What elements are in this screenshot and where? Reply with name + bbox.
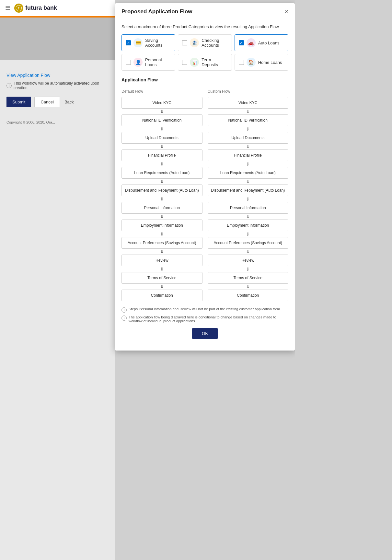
footnote1-icon: i	[121, 307, 127, 313]
flow-step-3: Financial Profile	[208, 149, 289, 161]
flow-arrow-9: ⇓	[208, 267, 289, 271]
flow-step-7: Employment Information	[121, 220, 202, 231]
flow-step-11: Confirmation	[208, 290, 289, 301]
product-icon-term: 📊	[190, 58, 199, 67]
flow-step-10: Terms of Service	[121, 272, 202, 284]
flow-step-1: National ID Verification	[121, 114, 202, 126]
modal-header: Proposed Application Flow ×	[115, 3, 295, 19]
flow-arrow-3: ⇓	[208, 162, 289, 166]
ok-button-row: OK	[121, 328, 288, 339]
cancel-button[interactable]: Cancel	[34, 97, 60, 107]
modal-close-button[interactable]: ×	[284, 8, 288, 15]
flow-arrow-6: ⇓	[121, 214, 202, 219]
custom-flow-steps: Video KYC⇓National ID Verification⇓Uploa…	[208, 97, 289, 301]
checkbox-auto[interactable]: ✓	[239, 40, 244, 45]
product-icon-personal: 👤	[133, 58, 143, 67]
product-icon-home: 🏠	[247, 58, 256, 67]
flow-columns: Default Flow Video KYC⇓National ID Verif…	[121, 89, 288, 302]
flow-step-2: Upload Documents	[121, 132, 202, 144]
flow-arrow-8: ⇓	[121, 249, 202, 254]
flow-arrow-3: ⇓	[121, 162, 202, 166]
checkbox-checking[interactable]	[182, 40, 187, 45]
flow-arrow-0: ⇓	[208, 109, 289, 114]
copyright: Copyright © 2006, 2020, Ora...	[6, 120, 109, 124]
product-icon-saving: 💳	[133, 38, 143, 47]
custom-flow-title: Custom Flow	[208, 89, 289, 94]
product-item-term[interactable]: 📊 Term Deposits	[178, 54, 232, 71]
flow-arrow-7: ⇓	[208, 232, 289, 236]
flow-arrow-1: ⇓	[121, 127, 202, 131]
info-icon: i	[6, 83, 12, 88]
flow-step-8: Account Preferences (Savings Account)	[121, 237, 202, 249]
flow-step-8: Account Preferences (Savings Account)	[208, 237, 289, 249]
product-item-saving[interactable]: ✓ 💳 Saving Accounts	[121, 34, 175, 51]
product-item-auto[interactable]: ✓ 🚗 Auto Loans	[235, 34, 288, 51]
product-item-checking[interactable]: 🏦 Checking Accounts	[178, 34, 232, 51]
product-item-personal[interactable]: 👤 Personal Loans	[121, 54, 175, 71]
product-label-personal: Personal Loans	[145, 57, 171, 67]
flow-step-0: Video KYC	[208, 97, 289, 109]
checkbox-saving[interactable]: ✓	[126, 40, 131, 45]
product-icon-auto: 🚗	[247, 38, 256, 47]
left-content: View Application Flow i This workflow wi…	[0, 66, 115, 131]
back-button[interactable]: Back	[63, 97, 75, 107]
left-panel: ☰ f futura bank View Application Flow i …	[0, 0, 115, 560]
flow-arrow-4: ⇓	[121, 179, 202, 184]
footnote1-text: Steps Personal Information and Review wi…	[129, 307, 281, 311]
flow-step-4: Loan Requirements (Auto Loan)	[121, 167, 202, 179]
flow-arrow-1: ⇓	[208, 127, 289, 131]
flow-arrow-6: ⇓	[208, 214, 289, 219]
flow-step-10: Terms of Service	[208, 272, 289, 284]
flow-arrow-9: ⇓	[121, 267, 202, 271]
checkbox-home[interactable]	[239, 60, 244, 65]
brand-name: futura bank	[25, 5, 57, 11]
checkbox-personal[interactable]	[126, 60, 131, 65]
gray-content-box	[0, 18, 115, 60]
flow-arrow-0: ⇓	[121, 109, 202, 114]
brand: f futura bank	[14, 4, 57, 13]
modal-body: Select a maximum of three Product Catego…	[115, 19, 295, 344]
flow-arrow-5: ⇓	[121, 197, 202, 201]
flow-step-9: Review	[208, 255, 289, 266]
flow-step-3: Financial Profile	[121, 149, 202, 161]
action-buttons: Submit Cancel Back	[6, 97, 109, 107]
flow-arrow-10: ⇓	[208, 284, 289, 289]
top-bar: ☰ f futura bank	[0, 0, 115, 16]
footnote2-icon: i	[121, 316, 127, 321]
flow-step-0: Video KYC	[121, 97, 202, 109]
product-item-home[interactable]: 🏠 Home Loans	[235, 54, 288, 71]
flow-step-6: Personal Information	[121, 202, 202, 214]
flow-arrow-2: ⇓	[208, 144, 289, 149]
product-label-checking: Checking Accounts	[202, 38, 227, 48]
product-icon-checking: 🏦	[190, 38, 199, 47]
default-flow-column: Default Flow Video KYC⇓National ID Verif…	[121, 89, 202, 302]
brand-logo: f	[14, 4, 23, 13]
product-label-saving: Saving Accounts	[145, 38, 171, 48]
product-label-auto: Auto Loans	[258, 41, 280, 45]
footnote-1: i Steps Personal Information and Review …	[121, 307, 288, 313]
flow-step-5: Disbursement and Repayment (Auto Loan)	[208, 185, 289, 196]
flow-step-11: Confirmation	[121, 290, 202, 301]
hamburger-icon[interactable]: ☰	[5, 5, 10, 12]
flow-step-5: Disbursement and Repayment (Auto Loan)	[121, 185, 202, 196]
flow-step-7: Employment Information	[208, 220, 289, 231]
checkbox-term[interactable]	[182, 60, 187, 65]
submit-button[interactable]: Submit	[6, 97, 31, 107]
ok-button[interactable]: OK	[192, 328, 218, 339]
product-label-home: Home Loans	[258, 60, 282, 65]
info-row: i This workflow will be automatically ac…	[6, 81, 109, 90]
footnote-2: i The application flow being displayed h…	[121, 315, 288, 323]
flow-step-4: Loan Requirements (Auto Loan)	[208, 167, 289, 179]
flow-section-title: Application Flow	[121, 77, 288, 82]
view-application-flow-link[interactable]: View Application Flow	[6, 73, 109, 78]
flow-step-2: Upload Documents	[208, 132, 289, 144]
modal-title: Proposed Application Flow	[121, 8, 192, 15]
flow-arrow-7: ⇓	[121, 232, 202, 236]
flow-arrow-2: ⇓	[121, 144, 202, 149]
flow-arrow-5: ⇓	[208, 197, 289, 201]
flow-step-6: Personal Information	[208, 202, 289, 214]
proposed-application-flow-modal: Proposed Application Flow × Select a max…	[115, 3, 295, 351]
product-grid: ✓ 💳 Saving Accounts 🏦 Checking Accounts …	[121, 34, 288, 71]
flow-divider	[121, 84, 288, 84]
instruction-text: Select a maximum of three Product Catego…	[121, 24, 288, 29]
